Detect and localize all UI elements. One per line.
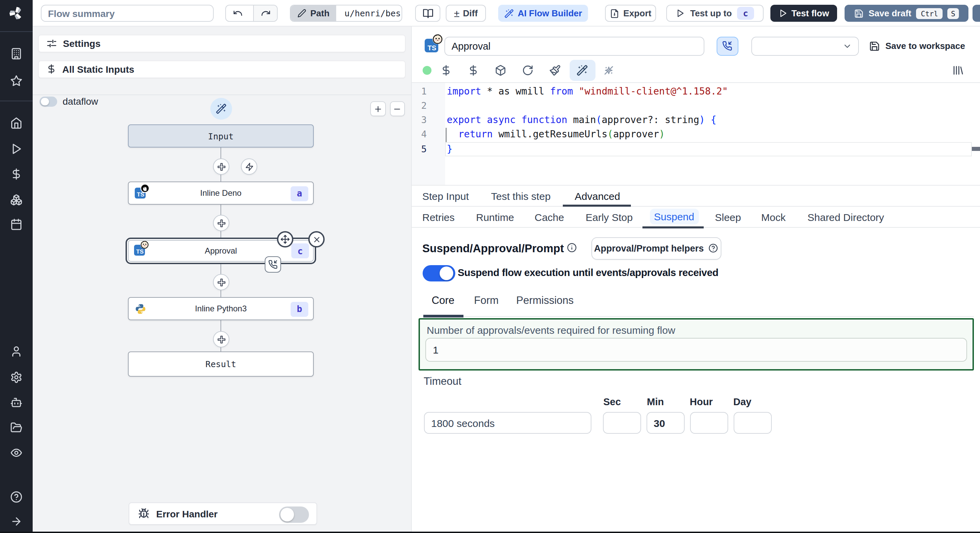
graph-ai-builder-button[interactable] [210,98,232,120]
flow-settings-button[interactable]: Settings [38,34,405,52]
info-icon[interactable] [567,243,577,252]
user-icon[interactable] [10,345,22,358]
resources-boxes-icon[interactable] [10,194,22,206]
dollar-icon[interactable] [468,65,479,76]
approvals-count-input[interactable]: 1 [425,338,967,361]
deploy-button-partial[interactable] [972,5,980,22]
tab-test-this-step[interactable]: Test this step [491,190,550,202]
ai-assistant-button-active[interactable] [569,60,595,81]
dollar-icon[interactable] [440,65,452,76]
schedules-calendar-icon[interactable] [10,218,22,230]
error-handler-bar[interactable]: Error Handler [129,503,317,525]
tab-cache[interactable]: Cache [535,211,564,223]
flow-result-node[interactable]: Result [128,352,314,377]
tab-retries[interactable]: Retries [422,211,455,223]
zoom-out-button[interactable] [390,101,404,116]
hour-input[interactable] [690,412,728,434]
audit-eye-icon[interactable] [10,447,22,459]
save-icon [869,41,880,52]
workspace-script-select[interactable] [751,36,859,56]
tab-form[interactable]: Form [474,294,498,307]
tab-advanced-active[interactable]: Advanced [575,190,620,202]
suspend-heading: Suspend/Approval/Prompt [422,242,564,255]
delete-step-button[interactable] [308,231,325,247]
test-up-to-button[interactable]: Test up to c [666,5,764,22]
min-input[interactable]: 30 [646,412,684,434]
docs-button[interactable] [415,5,440,22]
add-step-button[interactable] [213,159,229,175]
home-icon[interactable] [10,117,22,129]
add-step-button[interactable] [213,215,229,231]
step-b-node[interactable]: Inline Python3 b [128,297,314,320]
undo-button[interactable] [226,5,250,21]
day-input[interactable] [733,412,772,434]
variables-dollar-icon[interactable] [10,168,22,180]
step-a-node[interactable]: TS Inline Deno a [128,181,314,204]
ai-flow-builder-button[interactable]: AI Flow Builder [498,5,588,22]
approval-prompt-helpers-button[interactable]: Approval/Prompt helpers [591,237,721,259]
favorites-star-icon[interactable] [10,75,22,87]
all-static-inputs-button[interactable]: All Static Inputs [38,60,405,78]
dataflow-toggle[interactable] [40,97,57,107]
tab-step-input[interactable]: Step Input [422,190,469,202]
tab-sleep[interactable]: Sleep [715,211,741,223]
step-a-label: Inline Deno [129,188,313,198]
suspend-phone-button[interactable] [716,36,738,56]
flow-settings-label: Settings [63,38,100,49]
path-button[interactable]: Path u/henri/bes [290,5,402,22]
sec-input[interactable] [603,412,641,434]
tab-permissions[interactable]: Permissions [516,294,574,307]
code-editor[interactable]: 1 2 3 4 5 import * as wmill from "windmi… [412,82,980,186]
help-circle-icon [708,244,718,253]
folders-icon[interactable] [10,422,22,434]
flow-summary-input[interactable]: Flow summary [40,5,213,22]
zoom-in-button[interactable] [370,101,386,116]
flow-input-node[interactable]: Input [128,124,314,148]
save-draft-button[interactable]: Save draft Ctrl S [845,5,969,22]
ai-fix-icon[interactable] [603,65,614,76]
timeout-input[interactable]: 1800 seconds [424,412,591,434]
tab-runtime[interactable]: Runtime [476,211,514,223]
add-step-button[interactable] [213,274,229,290]
library-icon[interactable] [952,65,964,76]
add-step-button[interactable] [213,331,229,347]
test-flow-button[interactable]: Test flow [770,5,837,22]
tab-mock[interactable]: Mock [761,211,786,223]
redo-icon [260,8,270,18]
plus-icon [374,104,382,113]
result-node-label: Result [205,359,236,369]
move-step-button[interactable] [277,231,293,247]
tab-core-active[interactable]: Core [423,294,463,307]
code-cursor [445,127,447,142]
step-a-badge: a [291,186,308,201]
export-label: Export [624,8,651,18]
approvals-count-value: 1 [433,344,439,355]
format-brush-icon[interactable] [549,65,561,76]
add-trigger-button[interactable] [241,159,257,175]
expand-sidebar-arrow-icon[interactable] [10,516,22,528]
save-to-workspace-button[interactable]: Save to workspace [869,36,965,56]
package-icon[interactable] [495,65,506,76]
overview-ruler-cursor [972,147,980,151]
diff-button[interactable]: ± Diff [446,5,486,22]
line-number: 5 [412,142,427,156]
tab-shared-directory[interactable]: Shared Directory [808,211,884,223]
save-draft-label: Save draft [869,8,912,18]
reload-icon[interactable] [522,65,533,76]
suspend-toggle-on[interactable] [422,265,455,281]
step-name-input[interactable]: Approval [444,36,704,56]
min-value: 30 [654,417,665,429]
runs-play-icon[interactable] [10,143,22,155]
wand-sparkles-icon [504,8,514,18]
tab-early-stop[interactable]: Early Stop [585,211,633,223]
workspace-building-icon[interactable] [10,48,22,60]
export-button[interactable]: Export [605,5,656,22]
workers-robot-icon[interactable] [10,397,22,409]
error-handler-toggle[interactable] [279,506,309,522]
tab-suspend-active[interactable]: Suspend [649,209,698,224]
book-open-icon [422,8,433,19]
help-icon[interactable] [10,491,22,503]
redo-button[interactable] [253,5,277,21]
windmill-logo[interactable] [8,5,24,21]
settings-gear-icon[interactable] [10,371,22,384]
